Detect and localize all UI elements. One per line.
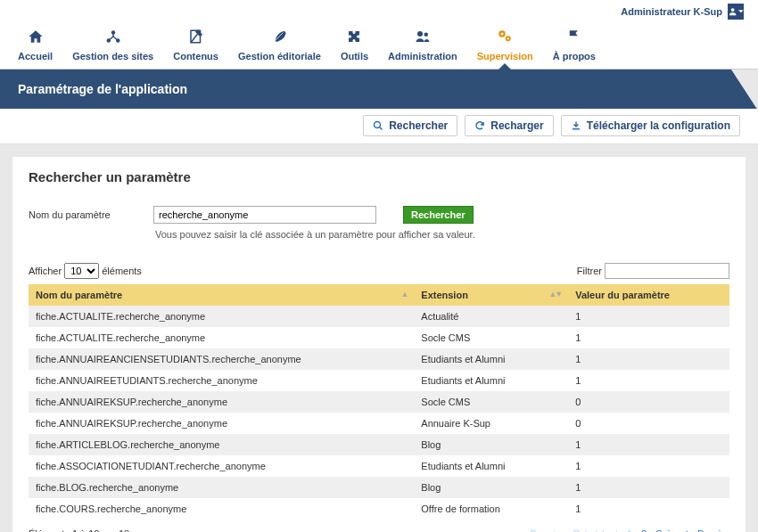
cell-value: 1: [568, 434, 729, 455]
param-name-input[interactable]: [153, 206, 376, 224]
cell-extension: Offre de formation: [414, 498, 568, 520]
home-icon: [27, 29, 45, 49]
svg-point-11: [375, 122, 381, 128]
param-name-label: Nom du paramètre: [29, 209, 127, 220]
svg-point-10: [507, 37, 509, 39]
cell-extension: Etudiants et Alumni: [414, 348, 568, 370]
page-prev[interactable]: Précédent: [573, 528, 618, 532]
button-label: Rechercher: [389, 119, 448, 132]
table-row: fiche.BLOG.recherche_anonymeBlog1: [29, 477, 729, 498]
cell-name: fiche.ARTICLEBLOG.recherche_anonyme: [29, 434, 414, 455]
col-value[interactable]: Valeur du paramètre: [568, 284, 729, 306]
cell-value: 0: [568, 413, 729, 434]
main-nav: Accueil Gestion des sites Contenus Gesti…: [0, 23, 758, 70]
contenus-icon: [187, 29, 205, 49]
show-suffix: éléments: [102, 266, 142, 276]
cell-name: fiche.BLOG.recherche_anonyme: [29, 477, 414, 498]
nav-label: À propos: [553, 51, 596, 61]
button-label: Télécharger la configuration: [587, 119, 730, 132]
cell-name: fiche.ACTUALITE.recherche_anonyme: [29, 306, 414, 327]
cell-value: 1: [568, 498, 729, 520]
nav-administration[interactable]: Administration: [384, 27, 461, 69]
nav-sites[interactable]: Gestion des sites: [69, 27, 157, 69]
download-config-button[interactable]: Télécharger la configuration: [561, 115, 740, 136]
cell-value: 1: [568, 327, 729, 348]
nav-label: Administration: [388, 51, 457, 61]
puzzle-icon: [345, 29, 363, 49]
page-title: Paramétrage de l'application: [0, 70, 758, 109]
table-row: fiche.ANNUAIREKSUP.recherche_anonymeSocl…: [29, 391, 729, 413]
cell-value: 1: [568, 477, 729, 498]
cell-extension: Blog: [414, 477, 568, 498]
user-name[interactable]: Administrateur K-Sup: [621, 6, 722, 17]
cell-name: fiche.ASSOCIATIONETUDIANT.recherche_anon…: [29, 455, 414, 477]
nav-editorial[interactable]: Gestion éditoriale: [235, 27, 325, 69]
page-next[interactable]: Suivant: [655, 528, 688, 532]
svg-point-1: [111, 31, 114, 34]
table-info: Éléments 1 à 10 sur 18: [29, 528, 129, 532]
feather-icon: [270, 29, 288, 49]
col-extension[interactable]: Extension▲▼: [414, 284, 568, 306]
filter-input[interactable]: [605, 263, 729, 279]
user-icon: [728, 6, 737, 17]
sites-icon: [104, 29, 122, 49]
reload-button[interactable]: Recharger: [465, 115, 553, 136]
table-row: fiche.ANNUAIREKSUP.recherche_anonymeAnnu…: [29, 413, 729, 434]
search-button[interactable]: Rechercher: [403, 206, 474, 224]
section-heading: Rechercher un paramètre: [29, 169, 729, 184]
cell-name: fiche.ANNUAIREANCIENSETUDIANTS.recherche…: [29, 348, 414, 370]
button-label: Recharger: [490, 119, 543, 132]
search-icon: [373, 120, 383, 131]
cell-value: 0: [568, 391, 729, 413]
pagination: Premier Précédent 1 2 Suivant Dernier: [530, 528, 729, 532]
cell-extension: Etudiants et Alumni: [414, 370, 568, 391]
table-row: fiche.ANNUAIREANCIENSETUDIANTS.recherche…: [29, 348, 729, 370]
search-action-button[interactable]: Rechercher: [363, 115, 457, 136]
nav-label: Contenus: [173, 51, 218, 61]
cell-name: fiche.ACTUALITE.recherche_anonyme: [29, 327, 414, 348]
nav-label: Gestion éditoriale: [238, 51, 321, 61]
nav-label: Gestion des sites: [72, 51, 153, 61]
page-size-select[interactable]: 10: [64, 263, 99, 279]
cell-value: 1: [568, 306, 729, 327]
reload-icon: [474, 120, 485, 131]
col-name[interactable]: Nom du paramètre▲: [29, 284, 414, 306]
nav-accueil[interactable]: Accueil: [14, 27, 56, 69]
page-2[interactable]: 2: [641, 528, 647, 532]
cell-extension: Socle CMS: [414, 391, 568, 413]
svg-point-5: [417, 31, 423, 37]
download-icon: [571, 120, 581, 131]
page-first[interactable]: Premier: [530, 528, 564, 532]
nav-label: Accueil: [18, 51, 53, 61]
gears-icon: [496, 29, 514, 49]
table-row: fiche.ACTUALITE.recherche_anonymeActuali…: [29, 306, 729, 327]
page-last[interactable]: Dernier: [697, 528, 729, 532]
svg-point-8: [501, 33, 504, 36]
table-row: fiche.ACTUALITE.recherche_anonymeSocle C…: [29, 327, 729, 348]
cell-value: 1: [568, 455, 729, 477]
table-row: fiche.ANNUAIREETUDIANTS.recherche_anonym…: [29, 370, 729, 391]
users-icon: [414, 29, 432, 49]
cell-extension: Socle CMS: [414, 327, 568, 348]
user-menu-button[interactable]: [728, 4, 744, 20]
search-hint: Vous pouvez saisir la clé associée à un …: [155, 229, 729, 240]
cell-extension: Annuaire K-Sup: [414, 413, 568, 434]
svg-point-0: [731, 8, 735, 12]
params-table: Nom du paramètre▲ Extension▲▼ Valeur du …: [29, 284, 729, 520]
nav-supervision[interactable]: Supervision: [474, 27, 537, 69]
sort-icon: ▲▼: [548, 290, 561, 299]
filter-wrap: Filtrer: [577, 263, 729, 279]
flag-icon: [565, 29, 583, 49]
cell-extension: Actualité: [414, 306, 568, 327]
nav-contenus[interactable]: Contenus: [169, 27, 222, 69]
table-row: fiche.ASSOCIATIONETUDIANT.recherche_anon…: [29, 455, 729, 477]
nav-outils[interactable]: Outils: [337, 27, 372, 69]
cell-value: 1: [568, 370, 729, 391]
nav-label: Outils: [341, 51, 368, 61]
cell-extension: Blog: [414, 434, 568, 455]
nav-about[interactable]: À propos: [549, 27, 599, 69]
table-row: fiche.ARTICLEBLOG.recherche_anonymeBlog1: [29, 434, 729, 455]
cell-extension: Etudiants et Alumni: [414, 455, 568, 477]
caret-down-icon: [738, 9, 744, 14]
page-1[interactable]: 1: [627, 528, 632, 532]
